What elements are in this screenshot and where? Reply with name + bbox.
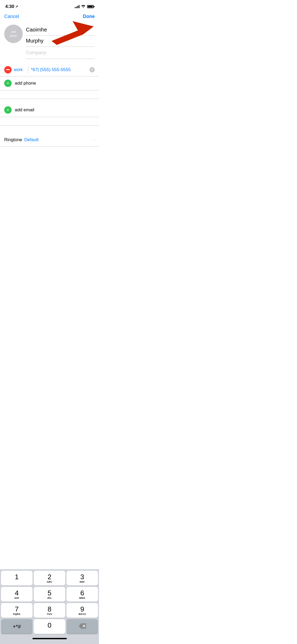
contact-form: addphoto work › ✕ + <box>0 22 99 146</box>
avatar-row: addphoto <box>0 22 99 59</box>
status-bar: 4:30 ↗ <box>0 0 99 12</box>
last-name-input[interactable] <box>26 36 95 47</box>
phone-label-button[interactable]: work › <box>14 67 24 72</box>
add-email-label: add email <box>15 107 34 113</box>
ringtone-label: Ringtone <box>4 137 22 142</box>
phone-label-text: work <box>14 67 23 72</box>
ringtone-value: Default <box>24 137 93 142</box>
avatar-text: addphoto <box>10 30 17 38</box>
ringtone-chevron-icon: › <box>93 138 95 142</box>
add-email-row[interactable]: + add email <box>0 103 99 117</box>
x-icon: ✕ <box>91 68 93 72</box>
phone-row: work › ✕ <box>0 63 99 76</box>
add-email-button[interactable]: + <box>4 106 12 114</box>
phone-section: work › ✕ + add phone <box>0 63 99 90</box>
spacer-2 <box>0 117 99 126</box>
phone-input[interactable] <box>31 67 89 72</box>
plus-icon-email: + <box>7 108 10 112</box>
clear-phone-button[interactable]: ✕ <box>89 67 95 72</box>
time-label: 4:30 <box>5 4 14 9</box>
wifi-icon <box>81 5 86 9</box>
ringtone-row[interactable]: Ringtone Default › <box>0 134 99 146</box>
avatar[interactable]: addphoto <box>4 25 23 43</box>
add-phone-row[interactable]: + add phone <box>0 76 99 90</box>
status-icons <box>75 5 94 9</box>
minus-icon <box>6 69 10 70</box>
nav-bar: Cancel Done <box>0 12 99 22</box>
name-fields <box>26 25 95 59</box>
status-time: 4:30 ↗ <box>5 4 18 9</box>
remove-phone-button[interactable] <box>4 66 12 73</box>
email-section: + add email <box>0 103 99 117</box>
spacer-1 <box>0 90 99 99</box>
done-button[interactable]: Done <box>83 14 95 19</box>
add-phone-button[interactable]: + <box>4 80 12 87</box>
company-input[interactable] <box>26 47 95 59</box>
cancel-button[interactable]: Cancel <box>4 14 19 19</box>
first-name-input[interactable] <box>26 25 95 36</box>
signal-icon <box>75 5 79 8</box>
add-phone-label: add phone <box>15 81 36 86</box>
plus-icon: + <box>7 81 10 86</box>
location-icon: ↗ <box>15 5 18 8</box>
spacer-3 <box>0 126 99 134</box>
battery-icon <box>87 5 94 8</box>
chevron-right-icon: › <box>23 68 24 72</box>
divider <box>28 66 28 74</box>
